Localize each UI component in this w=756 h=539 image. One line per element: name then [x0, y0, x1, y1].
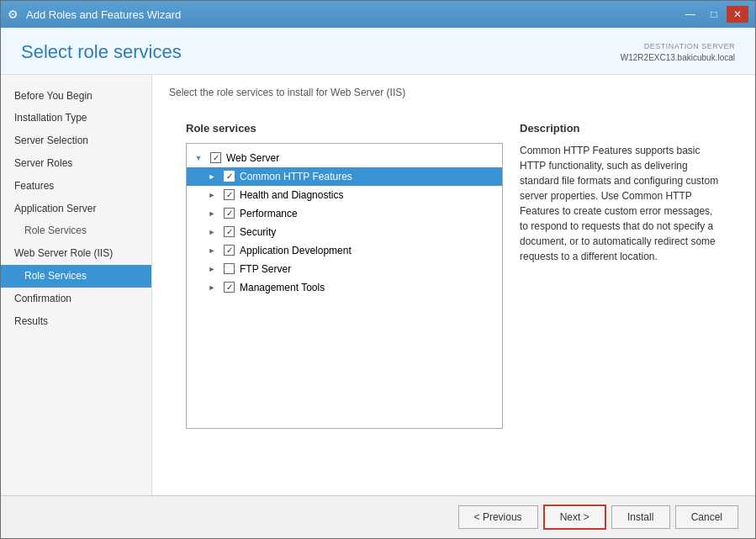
role-services-heading: Role services: [186, 122, 503, 135]
checkbox-ftp[interactable]: [224, 263, 235, 274]
label-security: Security: [240, 226, 276, 238]
label-web-server: Web Server: [226, 152, 279, 164]
tree-item-performance[interactable]: ► Performance: [187, 204, 502, 223]
checkbox-performance[interactable]: [224, 208, 235, 219]
title-bar-left: ⚙ Add Roles and Features Wizard: [8, 8, 181, 21]
checkbox-health[interactable]: [224, 189, 235, 200]
expander-performance[interactable]: ►: [205, 207, 219, 220]
tree-item-health[interactable]: ► Health and Diagnostics: [187, 186, 502, 204]
destination-server-info: DESTINATION SERVER W12R2EXC13.bakicubuk.…: [621, 41, 735, 64]
app-icon: ⚙: [8, 8, 21, 21]
sidebar-item-server-selection[interactable]: Server Selection: [1, 129, 151, 152]
sidebar-item-results[interactable]: Results: [1, 310, 151, 333]
label-app-dev: Application Development: [240, 245, 352, 256]
sidebar-item-confirmation[interactable]: Confirmation: [1, 288, 151, 310]
window-title: Add Roles and Features Wizard: [26, 8, 181, 21]
tree-section: Role services ▼ Web Server ►: [186, 122, 503, 470]
minimize-button[interactable]: —: [679, 6, 701, 23]
sidebar-item-web-server-role[interactable]: Web Server Role (IIS): [1, 242, 151, 265]
sidebar-item-server-roles[interactable]: Server Roles: [1, 152, 151, 175]
role-inner: Select the role services to install for …: [152, 75, 755, 495]
footer: < Previous Next > Install Cancel: [1, 495, 755, 538]
sidebar-item-installation-type[interactable]: Installation Type: [1, 107, 151, 129]
checkbox-web-server[interactable]: [210, 152, 221, 163]
select-instruction: Select the role services to install for …: [169, 87, 738, 98]
main-content: Before You Begin Installation Type Serve…: [1, 75, 755, 495]
sidebar-item-before-you-begin[interactable]: Before You Begin: [1, 85, 151, 108]
role-content: Role services ▼ Web Server ►: [169, 108, 738, 484]
cancel-button[interactable]: Cancel: [675, 505, 738, 529]
window-controls: — □ ✕: [679, 6, 748, 23]
tree-item-ftp[interactable]: ► FTP Server: [187, 260, 502, 278]
header-bar: Select role services DESTINATION SERVER …: [1, 28, 755, 75]
content-area: Select role services DESTINATION SERVER …: [1, 28, 755, 538]
checkbox-common-http[interactable]: [224, 171, 235, 182]
expander-web-server[interactable]: ▼: [192, 151, 205, 165]
title-bar: ⚙ Add Roles and Features Wizard — □ ✕: [1, 1, 755, 28]
expander-management[interactable]: ►: [205, 281, 219, 294]
tree-container: ▼ Web Server ► Common HTTP Features: [186, 143, 503, 429]
label-health: Health and Diagnostics: [240, 189, 343, 201]
label-common-http: Common HTTP Features: [240, 171, 352, 182]
checkbox-management[interactable]: [224, 282, 235, 293]
tree-item-web-server[interactable]: ▼ Web Server: [187, 149, 502, 167]
label-ftp: FTP Server: [240, 263, 291, 275]
maximize-button[interactable]: □: [703, 6, 725, 23]
description-heading: Description: [520, 122, 722, 135]
description-section: Description Common HTTP Features support…: [520, 122, 722, 470]
next-button[interactable]: Next >: [543, 505, 606, 530]
sidebar-item-role-services-app[interactable]: Role Services: [1, 219, 151, 242]
page-title: Select role services: [21, 41, 182, 63]
label-performance: Performance: [240, 208, 298, 219]
install-button[interactable]: Install: [611, 505, 670, 529]
expander-ftp[interactable]: ►: [205, 262, 219, 276]
description-text: Common HTTP Features supports basic HTTP…: [520, 143, 722, 264]
dest-label: DESTINATION SERVER: [621, 41, 735, 52]
checkbox-app-dev[interactable]: [224, 245, 235, 256]
tree-item-security[interactable]: ► Security: [187, 223, 502, 241]
wizard-window: ⚙ Add Roles and Features Wizard — □ ✕ Se…: [0, 0, 756, 539]
tree-item-management[interactable]: ► Management Tools: [187, 278, 502, 297]
sidebar-item-features[interactable]: Features: [1, 175, 151, 198]
sidebar-item-role-services-web[interactable]: Role Services: [1, 265, 151, 288]
expander-security[interactable]: ►: [205, 225, 219, 239]
previous-button[interactable]: < Previous: [458, 505, 538, 529]
checkbox-security[interactable]: [224, 226, 235, 237]
close-button[interactable]: ✕: [727, 6, 748, 23]
tree-item-app-dev[interactable]: ► Application Development: [187, 241, 502, 260]
sidebar-item-application-server[interactable]: Application Server: [1, 198, 151, 220]
dest-server-name: W12R2EXC13.bakicubuk.local: [621, 52, 735, 64]
sidebar: Before You Begin Installation Type Serve…: [1, 75, 152, 495]
expander-app-dev[interactable]: ►: [205, 244, 219, 257]
expander-health[interactable]: ►: [205, 188, 219, 202]
tree-item-common-http[interactable]: ► Common HTTP Features: [187, 167, 502, 186]
label-management: Management Tools: [240, 282, 325, 293]
expander-common-http[interactable]: ►: [205, 170, 219, 183]
